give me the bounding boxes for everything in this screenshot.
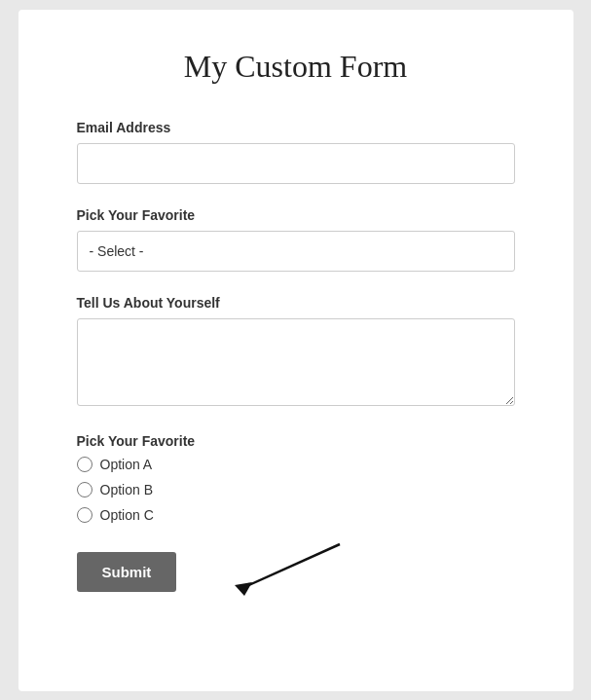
email-label: Email Address (77, 120, 515, 135)
about-textarea[interactable] (77, 318, 515, 406)
form-title: My Custom Form (77, 49, 515, 85)
radio-input-b[interactable] (77, 482, 92, 497)
arrow-annotation (184, 539, 359, 602)
submit-button[interactable]: Submit (77, 552, 177, 592)
select-group: Pick Your Favorite - Select - Option A O… (77, 207, 515, 272)
textarea-label: Tell Us About Yourself (77, 295, 515, 311)
textarea-group: Tell Us About Yourself (77, 295, 515, 410)
favorite-select[interactable]: - Select - Option A Option B Option C (77, 231, 515, 272)
arrow-icon (184, 539, 359, 598)
radio-label-b: Option B (100, 482, 153, 497)
radio-group: Option A Option B Option C (77, 457, 515, 523)
radio-item-b[interactable]: Option B (77, 482, 515, 497)
email-group: Email Address (77, 120, 515, 184)
svg-marker-1 (235, 582, 252, 596)
radio-label-c: Option C (100, 507, 154, 523)
radio-label: Pick Your Favorite (77, 433, 515, 449)
select-label: Pick Your Favorite (77, 207, 515, 223)
radio-input-c[interactable] (77, 507, 92, 523)
form-card: My Custom Form Email Address Pick Your F… (18, 10, 573, 691)
radio-input-a[interactable] (77, 457, 92, 472)
submit-area: Submit (77, 552, 515, 592)
svg-line-0 (242, 544, 340, 588)
radio-group-container: Pick Your Favorite Option A Option B Opt… (77, 433, 515, 523)
radio-item-c[interactable]: Option C (77, 507, 515, 523)
radio-label-a: Option A (100, 457, 153, 472)
email-input[interactable] (77, 143, 515, 184)
radio-item-a[interactable]: Option A (77, 457, 515, 472)
